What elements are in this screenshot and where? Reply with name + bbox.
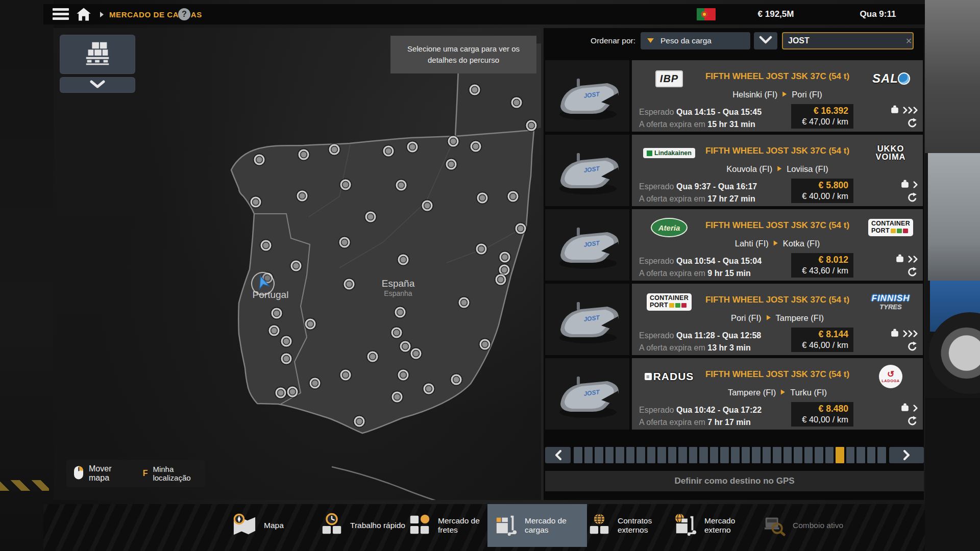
city-dot[interactable] (299, 149, 309, 160)
help-button[interactable]: ? (178, 8, 190, 20)
city-dot[interactable] (516, 223, 526, 234)
city-dot[interactable] (272, 308, 282, 319)
nav-item-freight[interactable]: Mercado de fretes (401, 504, 500, 547)
page-tick[interactable] (867, 447, 876, 463)
city-dot[interactable] (424, 384, 434, 394)
city-dot[interactable] (459, 297, 470, 308)
page-tick[interactable] (595, 447, 603, 463)
page-tick[interactable] (689, 447, 698, 463)
city-dot[interactable] (396, 180, 407, 191)
page-tick[interactable] (752, 447, 761, 463)
city-dot[interactable] (496, 274, 506, 285)
nav-item-quickjob[interactable]: Trabalho rápido (313, 504, 412, 547)
page-tick[interactable] (616, 447, 624, 463)
city-dot[interactable] (365, 212, 376, 222)
page-tick[interactable] (731, 447, 740, 463)
city-dot[interactable] (422, 201, 433, 211)
city-dot[interactable] (297, 191, 308, 202)
city-dot[interactable] (446, 159, 457, 170)
page-tick[interactable] (773, 447, 781, 463)
city-dot[interactable] (500, 252, 510, 263)
city-dot[interactable] (476, 244, 487, 255)
city-dot[interactable] (391, 328, 402, 338)
city-dot[interactable] (287, 387, 298, 397)
page-tick[interactable] (877, 447, 886, 463)
cargo-offer-row[interactable]: JOST ≡RADUS FIFTH WHEEL JOST JSK 37C (54… (545, 358, 923, 430)
city-dot[interactable] (340, 180, 351, 190)
city-dot[interactable] (400, 341, 411, 352)
page-tick[interactable] (668, 447, 677, 463)
page-tick-active[interactable] (836, 447, 844, 463)
cargo-offer-row[interactable]: JOST CONTAINERPORT FIFTH WHEEL JOST JSK … (545, 284, 923, 355)
city-dot[interactable] (383, 146, 394, 157)
city-dot[interactable] (499, 265, 510, 276)
page-tick[interactable] (678, 447, 687, 463)
page-tick[interactable] (856, 447, 865, 463)
city-dot[interactable] (281, 336, 292, 347)
page-tick[interactable] (626, 447, 635, 463)
city-dot[interactable] (511, 97, 522, 108)
home-icon[interactable] (76, 7, 91, 21)
city-dot[interactable] (329, 144, 340, 155)
cargo-offer-row[interactable]: JOST Lindakainen FIFTH WHEEL JOST JSK 37… (545, 135, 923, 206)
city-dot[interactable] (339, 237, 350, 248)
filter-expand-button[interactable] (60, 77, 135, 93)
page-tick[interactable] (605, 447, 614, 463)
city-dot[interactable] (477, 193, 488, 204)
city-dot[interactable] (269, 325, 280, 336)
page-tick[interactable] (804, 447, 813, 463)
page-tick[interactable] (720, 447, 729, 463)
city-dot[interactable] (340, 370, 351, 381)
city-dot[interactable] (398, 255, 409, 265)
city-dot[interactable] (470, 85, 480, 95)
city-dot[interactable] (395, 307, 406, 318)
sort-dropdown[interactable]: Peso da carga (641, 32, 750, 49)
page-tick[interactable] (783, 447, 792, 463)
city-dot[interactable] (508, 191, 519, 202)
city-dot[interactable] (368, 352, 378, 362)
city-dot[interactable] (411, 348, 422, 359)
city-dot[interactable] (480, 339, 491, 350)
page-tick[interactable] (636, 447, 645, 463)
city-dot[interactable] (291, 261, 302, 271)
nav-item-contracts[interactable]: Contratos externos (580, 504, 680, 547)
menu-icon[interactable] (53, 8, 70, 20)
page-tick[interactable] (647, 447, 656, 463)
city-dot[interactable] (407, 142, 418, 153)
city-dot[interactable] (451, 374, 462, 385)
nav-item-map[interactable]: Mapa (225, 504, 291, 547)
city-dot[interactable] (471, 141, 481, 152)
page-tick[interactable] (710, 447, 719, 463)
city-dot[interactable] (251, 197, 261, 208)
city-dot[interactable] (254, 155, 265, 165)
cargo-offer-row[interactable]: JOST IBP FIFTH WHEEL JOST JSK 37C (54 t)… (545, 60, 923, 132)
page-tick[interactable] (699, 447, 708, 463)
city-dot[interactable] (310, 378, 321, 389)
page-tick[interactable] (574, 447, 582, 463)
city-dot[interactable] (354, 416, 365, 427)
map-viewport[interactable]: España Espanha Portugal Selecione uma ca… (54, 28, 541, 500)
city-dot[interactable] (526, 120, 537, 131)
page-tick[interactable] (742, 447, 750, 463)
nav-item-cargo[interactable]: Mercado de cargas (487, 504, 587, 547)
city-dot[interactable] (448, 136, 459, 147)
page-tick[interactable] (763, 447, 771, 463)
city-dot[interactable] (261, 240, 272, 251)
next-page-button[interactable] (889, 447, 924, 463)
city-dot[interactable] (281, 354, 292, 364)
sort-expand-button[interactable] (754, 32, 777, 49)
city-dot[interactable] (398, 370, 409, 381)
cargo-filter-button[interactable] (60, 35, 135, 74)
page-tick[interactable] (815, 447, 823, 463)
prev-page-button[interactable] (545, 447, 571, 463)
page-tick[interactable] (846, 447, 855, 463)
city-dot[interactable] (344, 279, 355, 290)
page-tick[interactable] (584, 447, 593, 463)
city-dot[interactable] (392, 392, 403, 403)
nav-item-external[interactable]: Mercado externo (667, 504, 767, 547)
page-tick[interactable] (657, 447, 666, 463)
city-dot[interactable] (305, 319, 316, 330)
search-input[interactable] (783, 36, 905, 45)
cargo-offer-row[interactable]: JOST Ateria FIFTH WHEEL JOST JSK 37C (54… (545, 209, 923, 281)
page-tick[interactable] (825, 447, 834, 463)
